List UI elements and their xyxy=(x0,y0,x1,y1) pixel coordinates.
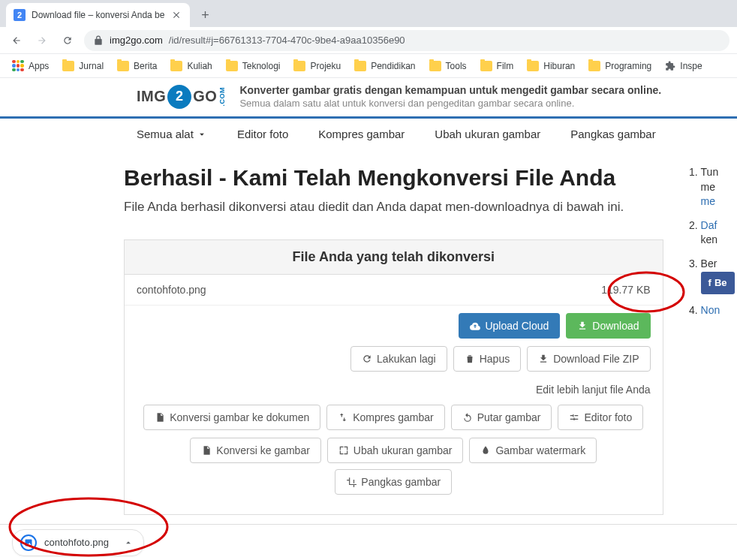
edit-more-label: Edit lebih lanjut file Anda xyxy=(125,379,663,405)
tagline: Konverter gambar gratis dengan kemampuan… xyxy=(239,84,661,109)
file-icon xyxy=(201,445,212,456)
nav-resize[interactable]: Ubah ukuran gambar xyxy=(435,128,540,140)
bookmark-berita[interactable]: Berita xyxy=(113,58,161,74)
tab-favicon: 2 xyxy=(14,9,26,21)
crop-icon xyxy=(346,477,356,487)
nav-crop[interactable]: Pangkas gambar xyxy=(570,128,655,140)
bookmark-projeku[interactable]: Projeku xyxy=(289,58,345,74)
back-button[interactable] xyxy=(8,32,26,50)
page-content: IMG 2 GO .COM Konverter gambar gratis de… xyxy=(0,78,737,515)
apps-button[interactable]: Apps xyxy=(8,57,53,75)
retry-button[interactable]: Lakukan lagi xyxy=(350,346,447,372)
upload-cloud-button[interactable]: Upload Cloud xyxy=(459,313,560,339)
bookmark-tools[interactable]: Tools xyxy=(425,58,471,74)
trash-icon xyxy=(465,354,475,364)
folder-icon xyxy=(429,61,441,71)
facebook-button[interactable]: f Be xyxy=(701,272,735,294)
forward-button[interactable] xyxy=(33,32,51,50)
compress-icon xyxy=(338,412,348,423)
bookmark-pendidikan[interactable]: Pendidikan xyxy=(350,58,420,74)
folder-icon xyxy=(527,61,539,71)
folder-icon xyxy=(293,61,305,71)
tool-crop[interactable]: Pangkas gambar xyxy=(335,469,452,495)
sidebar-link[interactable]: Non xyxy=(701,304,720,316)
bookmark-jurnal[interactable]: Jurnal xyxy=(58,58,108,74)
sidebar-item-3: Ber f Be xyxy=(701,257,737,294)
bookmark-teknologi[interactable]: Teknologi xyxy=(221,58,285,74)
folder-icon xyxy=(170,61,182,71)
rotate-icon xyxy=(462,412,473,423)
sidebar-link[interactable]: me xyxy=(701,195,715,207)
reload-button[interactable] xyxy=(59,32,77,50)
site-logo[interactable]: IMG 2 GO .COM xyxy=(137,85,226,109)
image-file-icon xyxy=(20,534,37,551)
folder-icon xyxy=(354,61,366,71)
page-title: Berhasil - Kami Telah Mengkonversi File … xyxy=(124,165,663,191)
tool-compress[interactable]: Kompres gambar xyxy=(326,405,444,430)
url-path: /id/result#j=66761313-7704-470c-9be4-a9a… xyxy=(169,35,405,46)
sliders-icon xyxy=(569,412,579,423)
url-host: img2go.com xyxy=(110,35,163,46)
sidebar-item-2: Dafken xyxy=(701,218,737,248)
page-lead: File Anda berhasil dikonversi atau diedi… xyxy=(124,198,634,217)
toolbar: img2go.com/id/result#j=66761313-7704-470… xyxy=(0,27,737,54)
folder-icon xyxy=(117,61,129,71)
lock-icon xyxy=(93,35,104,46)
sidebar-link[interactable]: Daf xyxy=(701,219,717,231)
download-button[interactable]: Download xyxy=(566,313,650,339)
delete-button[interactable]: Hapus xyxy=(453,346,521,372)
bookmark-inspe[interactable]: Inspe xyxy=(660,58,706,74)
bookmark-hiburan[interactable]: Hiburan xyxy=(522,58,579,74)
bookmark-kuliah[interactable]: Kuliah xyxy=(166,58,216,74)
sidebar-item-4: Non xyxy=(701,303,737,318)
resize-icon xyxy=(338,445,349,456)
download-icon xyxy=(538,354,549,364)
chevron-down-icon xyxy=(197,129,207,140)
site-nav: Semua alat Editor foto Kompres gambar Ub… xyxy=(0,119,737,150)
download-zip-button[interactable]: Download File ZIP xyxy=(527,346,650,372)
cloud-upload-icon xyxy=(470,321,480,331)
sidebar-item-1: Tunmeme xyxy=(701,165,737,209)
chevron-up-icon[interactable] xyxy=(121,535,136,550)
nav-editor-foto[interactable]: Editor foto xyxy=(237,128,288,140)
address-bar[interactable]: img2go.com/id/result#j=66761313-7704-470… xyxy=(84,30,729,51)
tool-rotate[interactable]: Putar gambar xyxy=(451,405,552,430)
tab-title: Download file – konversi Anda be xyxy=(32,10,164,20)
folder-icon xyxy=(226,61,238,71)
tool-convert-image[interactable]: Konversi ke gambar xyxy=(190,438,321,463)
folder-icon xyxy=(480,61,492,71)
bookmark-film[interactable]: Film xyxy=(476,58,519,74)
refresh-icon xyxy=(362,354,372,364)
folder-icon xyxy=(588,61,600,71)
file-icon xyxy=(155,412,165,423)
browser-tab[interactable]: 2 Download file – konversi Anda be xyxy=(6,3,190,27)
download-shelf: contohfoto.png xyxy=(0,524,737,560)
tool-editor[interactable]: Editor foto xyxy=(558,405,643,430)
tool-watermark[interactable]: Gambar watermark xyxy=(469,438,597,463)
nav-all-tools[interactable]: Semua alat xyxy=(137,128,207,140)
new-tab-button[interactable]: + xyxy=(194,5,215,26)
tab-strip: 2 Download file – konversi Anda be + xyxy=(0,0,737,27)
folder-icon xyxy=(62,61,74,71)
tool-convert-doc[interactable]: Konversi gambar ke dokumen xyxy=(143,405,320,430)
droplet-icon xyxy=(480,445,491,456)
file-row: contohfoto.png 119.77 KB xyxy=(125,275,663,306)
extension-icon xyxy=(665,61,675,71)
bookmark-programing[interactable]: Programing xyxy=(584,58,656,74)
sidebar: Tunmeme Dafken Ber f Be Non xyxy=(686,165,737,515)
apps-icon xyxy=(12,60,24,72)
panel-heading: File Anda yang telah dikonversi xyxy=(125,240,663,275)
download-item[interactable]: contohfoto.png xyxy=(12,529,144,556)
close-icon[interactable] xyxy=(170,9,182,21)
nav-kompres[interactable]: Kompres gambar xyxy=(318,128,405,140)
file-name: contohfoto.png xyxy=(137,284,206,296)
download-icon xyxy=(577,321,588,331)
file-size: 119.77 KB xyxy=(601,284,650,296)
download-filename: contohfoto.png xyxy=(44,537,109,548)
tool-resize[interactable]: Ubah ukuran gambar xyxy=(327,438,464,463)
result-panel: File Anda yang telah dikonversi contohfo… xyxy=(124,239,663,515)
bookmarks-bar: Apps Jurnal Berita Kuliah Teknologi Proj… xyxy=(0,54,737,78)
